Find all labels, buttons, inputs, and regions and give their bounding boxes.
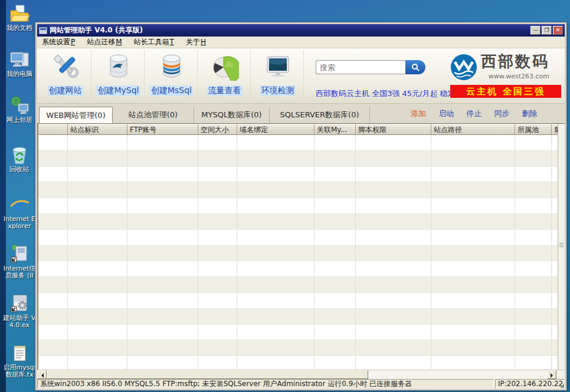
col-row-selector[interactable] [38, 124, 68, 135]
col-domain-bind[interactable]: 域名绑定 [237, 124, 315, 135]
action-delete[interactable]: 删除 [522, 109, 538, 118]
iis-icon [9, 244, 30, 264]
tab-web-site-manage[interactable]: WEB网站管理(0) [39, 107, 113, 123]
table-cell [315, 135, 356, 150]
table-cell [315, 151, 356, 166]
table-header-row: 站点标识 FTP账号 空间大小 域名绑定 关联My... 脚本权限 站点路径 所… [38, 124, 565, 135]
table-cell [431, 277, 515, 292]
table-cell [68, 309, 127, 324]
menu-site-migration[interactable]: 站点迁移M [82, 36, 129, 48]
desktop-icon-column: 我的文档 我的电脑 网上邻居 回收站 e [2, 0, 37, 392]
col-site-path[interactable]: 站点路径 [431, 124, 515, 135]
table-cell [127, 309, 198, 324]
table-cell [198, 230, 237, 245]
table-cell [431, 198, 515, 213]
col-related-mysql[interactable]: 关联My... [315, 124, 356, 135]
table-cell [237, 198, 315, 213]
tab-sqlserver-db[interactable]: SQLSERVER数据库(0) [270, 107, 370, 123]
search-button[interactable] [405, 60, 425, 74]
table-cell [237, 246, 315, 261]
create-mssql-button[interactable]: 创建MsSql [146, 50, 198, 102]
status-bar: 系统win2003 x86 IIS6.0 MYSQL5.5 FTP:msftp;… [37, 379, 565, 388]
table-row [38, 214, 558, 230]
vertical-scrollbar[interactable] [558, 124, 565, 370]
table-row [38, 309, 558, 325]
table-cell [127, 325, 198, 340]
table-cell [237, 356, 315, 370]
traffic-view-button[interactable]: 流量查看 [199, 50, 251, 102]
desktop-icon-iis[interactable]: Internet信息服务 (II [2, 244, 37, 279]
action-sync[interactable]: 同步 [494, 109, 509, 118]
brand-url: www.west263.com [489, 73, 549, 80]
table-cell [356, 151, 431, 166]
table-cell [237, 167, 315, 182]
desktop-icon-recycle-bin[interactable]: 回收站 [2, 145, 37, 173]
table-cell [198, 277, 237, 292]
table-cell [38, 293, 68, 308]
table-cell [38, 261, 68, 276]
table-cell [198, 293, 237, 308]
table-cell [356, 356, 431, 370]
my-computer-icon [9, 50, 30, 70]
menu-system-settings[interactable]: 系统设置P [37, 36, 82, 48]
search-input[interactable] [316, 60, 405, 74]
table-cell [198, 167, 237, 182]
tools-icon [51, 52, 80, 81]
scroll-right-arrow[interactable] [547, 370, 556, 379]
action-start[interactable]: 启动 [438, 109, 454, 118]
table-cell [431, 356, 515, 370]
table-cell [38, 214, 68, 229]
svg-text:e: e [13, 195, 25, 214]
table-cell [515, 277, 552, 292]
create-mysql-button[interactable]: 创建MySql [93, 50, 145, 102]
table-cell [515, 340, 552, 355]
table-cell [38, 151, 68, 166]
col-script-perm[interactable]: 脚本权限 [356, 124, 431, 135]
maximize-button[interactable]: ❐ [542, 26, 552, 35]
promo-banner[interactable]: 云主机 全国三强 [450, 85, 561, 98]
table-cell [68, 325, 127, 340]
desktop-icon-my-computer[interactable]: 我的电脑 [2, 50, 37, 78]
scroll-thumb[interactable] [47, 370, 368, 379]
resize-grip[interactable] [560, 384, 564, 388]
title-bar[interactable]: 网站管理助手 V4.0 (共享版) — ❐ ✕ [37, 24, 565, 37]
col-owner-pool[interactable]: 所属池 [515, 124, 552, 135]
desktop-icon-site-helper[interactable]: 建站助手 V4.0.ex [2, 294, 37, 329]
table-cell [237, 230, 315, 245]
action-add[interactable]: 添加 [411, 109, 426, 118]
tab-mysql-db[interactable]: MYSQL数据库(0) [194, 107, 270, 123]
col-space-size[interactable]: 空间大小 [198, 124, 237, 135]
site-helper-icon [9, 294, 30, 314]
table-cell [515, 198, 552, 213]
table-cell [38, 309, 68, 324]
action-stop[interactable]: 停止 [466, 109, 481, 118]
col-ftp-account[interactable]: FTP账号 [127, 124, 198, 135]
brand-logo[interactable]: 西部数码 www.west263.com [450, 53, 549, 81]
table-cell [356, 230, 431, 245]
desktop-icon-mysql-note[interactable]: 启用mysql数据库.tx [2, 343, 37, 378]
tab-site-pool-manage[interactable]: 站点池管理(0) [113, 107, 194, 123]
desktop-icon-network-places[interactable]: 网上邻居 [2, 95, 37, 124]
app-window: 网站管理助手 V4.0 (共享版) — ❐ ✕ 系统设置P 站点迁移M 站长工具… [35, 22, 566, 390]
col-site-id[interactable]: 站点标识 [68, 124, 127, 135]
promo-text-link[interactable]: 西部数码云主机 全国3强 45元/月起 稳定、安 [316, 88, 471, 99]
table-cell [198, 135, 237, 150]
horizontal-scrollbar[interactable] [37, 370, 565, 379]
close-button[interactable]: ✕ [553, 26, 563, 35]
create-website-button[interactable]: 创建网站 [40, 50, 91, 102]
scroll-left-arrow[interactable] [37, 370, 47, 379]
menu-about[interactable]: 关于H [181, 36, 213, 48]
table-cell [237, 293, 315, 308]
table-cell [127, 293, 198, 308]
minimize-button[interactable]: — [530, 26, 540, 35]
env-check-button[interactable]: 环境检测 [252, 50, 304, 102]
table-cell [356, 309, 431, 324]
table-cell [198, 214, 237, 229]
text-file-icon [9, 343, 30, 363]
table-cell [198, 151, 237, 166]
table-cell [315, 277, 356, 292]
menu-webmaster-toolbox[interactable]: 站长工具箱T [129, 36, 181, 48]
desktop-icon-my-documents[interactable]: 我的文档 [2, 4, 37, 32]
table-cell [127, 230, 198, 245]
desktop-icon-internet-explorer[interactable]: e Internet Explorer [2, 195, 37, 230]
